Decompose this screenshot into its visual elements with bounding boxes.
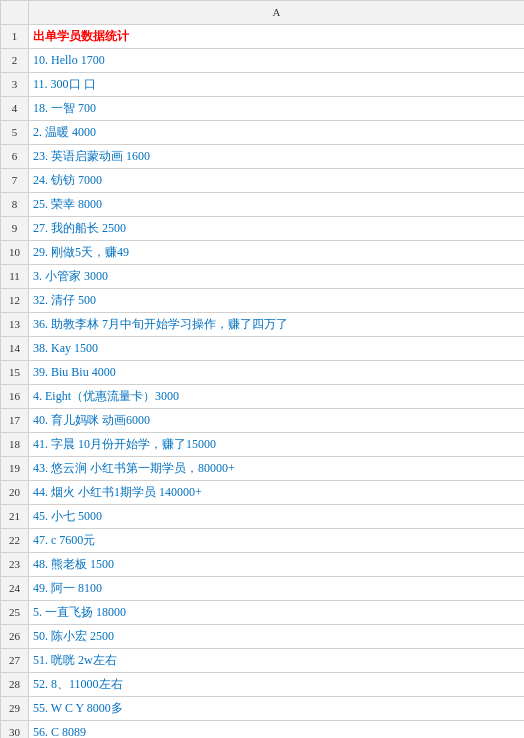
row-number: 26 — [1, 625, 29, 649]
data-row[interactable]: 38. Kay 1500 — [29, 337, 525, 361]
row-number: 6 — [1, 145, 29, 169]
data-row[interactable]: 55. W C Y 8000多 — [29, 697, 525, 721]
row-number: 21 — [1, 505, 29, 529]
data-row[interactable]: 56. C 8089 — [29, 721, 525, 739]
data-row[interactable]: 43. 悠云涧 小红书第一期学员，80000+ — [29, 457, 525, 481]
row-number: 22 — [1, 529, 29, 553]
row-number: 15 — [1, 361, 29, 385]
data-row[interactable]: 3. 小管家 3000 — [29, 265, 525, 289]
data-row[interactable]: 24. 钫钫 7000 — [29, 169, 525, 193]
data-row[interactable]: 11. 300口 口 — [29, 73, 525, 97]
data-row[interactable]: 51. 咣咣 2w左右 — [29, 649, 525, 673]
row-number: 19 — [1, 457, 29, 481]
row-number: 10 — [1, 241, 29, 265]
row-number: 28 — [1, 673, 29, 697]
row-number: 23 — [1, 553, 29, 577]
row-number: 29 — [1, 697, 29, 721]
row-number: 9 — [1, 217, 29, 241]
row-number: 25 — [1, 601, 29, 625]
data-row[interactable]: 29. 刚做5天，赚49 — [29, 241, 525, 265]
data-row[interactable]: 40. 育儿妈咪 动画6000 — [29, 409, 525, 433]
row-number: 14 — [1, 337, 29, 361]
row-number: 4 — [1, 97, 29, 121]
data-row[interactable]: 44. 烟火 小红书1期学员 140000+ — [29, 481, 525, 505]
data-row[interactable]: 50. 陈小宏 2500 — [29, 625, 525, 649]
data-row[interactable]: 45. 小七 5000 — [29, 505, 525, 529]
data-row[interactable]: 49. 阿一 8100 — [29, 577, 525, 601]
data-row[interactable]: 32. 清仔 500 — [29, 289, 525, 313]
data-row[interactable]: 5. 一直飞扬 18000 — [29, 601, 525, 625]
row-number: 12 — [1, 289, 29, 313]
row-number: 16 — [1, 385, 29, 409]
row-number: 30 — [1, 721, 29, 739]
row-number: 13 — [1, 313, 29, 337]
data-row[interactable]: 36. 助教李林 7月中旬开始学习操作，赚了四万了 — [29, 313, 525, 337]
row-number: 11 — [1, 265, 29, 289]
data-row[interactable]: 2. 温暖 4000 — [29, 121, 525, 145]
header-row[interactable]: 出单学员数据统计 — [29, 25, 525, 49]
data-row[interactable]: 18. 一智 700 — [29, 97, 525, 121]
data-row[interactable]: 10. Hello 1700 — [29, 49, 525, 73]
data-row[interactable]: 48. 熊老板 1500 — [29, 553, 525, 577]
data-row[interactable]: 4. Eight（优惠流量卡）3000 — [29, 385, 525, 409]
data-row[interactable]: 47. c 7600元 — [29, 529, 525, 553]
row-number: 18 — [1, 433, 29, 457]
data-row[interactable]: 41. 字晨 10月份开始学，赚了15000 — [29, 433, 525, 457]
data-row[interactable]: 39. Biu Biu 4000 — [29, 361, 525, 385]
column-header-a[interactable]: A — [29, 1, 525, 25]
row-number: 24 — [1, 577, 29, 601]
row-number: 27 — [1, 649, 29, 673]
row-number: 1 — [1, 25, 29, 49]
row-number: 7 — [1, 169, 29, 193]
spreadsheet: A 1出单学员数据统计210. Hello 1700311. 300口 口418… — [0, 0, 524, 738]
data-row[interactable]: 27. 我的船长 2500 — [29, 217, 525, 241]
row-number: 3 — [1, 73, 29, 97]
row-number: 2 — [1, 49, 29, 73]
row-number: 17 — [1, 409, 29, 433]
row-number: 20 — [1, 481, 29, 505]
corner-cell — [1, 1, 29, 25]
data-row[interactable]: 23. 英语启蒙动画 1600 — [29, 145, 525, 169]
data-row[interactable]: 52. 8、11000左右 — [29, 673, 525, 697]
data-row[interactable]: 25. 荣幸 8000 — [29, 193, 525, 217]
row-number: 5 — [1, 121, 29, 145]
row-number: 8 — [1, 193, 29, 217]
